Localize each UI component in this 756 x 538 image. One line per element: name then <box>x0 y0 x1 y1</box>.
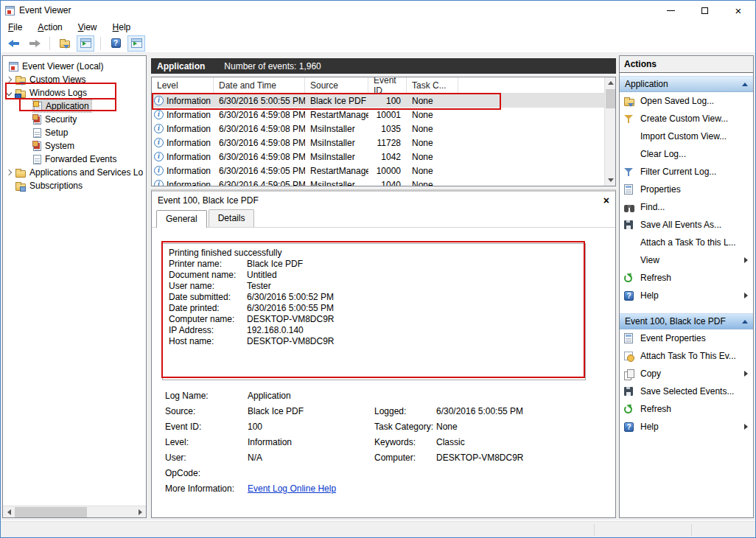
event-row[interactable]: Information 6/30/2016 4:59:08 PM MsiInst… <box>152 136 604 150</box>
action-copy[interactable]: Copy <box>620 365 753 382</box>
scroll-down-button[interactable] <box>605 175 616 186</box>
action-save-selected-events[interactable]: Save Selected Events... <box>620 382 753 400</box>
toolbar-separator <box>100 37 101 50</box>
tree-item-security[interactable]: Security <box>3 113 146 126</box>
action-find[interactable]: Find... <box>620 198 753 216</box>
action-help-event[interactable]: Help <box>620 418 753 436</box>
action-refresh[interactable]: Refresh <box>620 269 753 287</box>
cell-level: Information <box>152 166 214 176</box>
cell-level: Information <box>152 138 214 148</box>
action-properties[interactable]: Properties <box>620 181 753 198</box>
cell-level: Information <box>152 96 214 106</box>
event-list-scrollbar[interactable] <box>604 77 615 186</box>
field-label-level: Level: <box>165 437 248 447</box>
action-save-all-events-as[interactable]: Save All Events As... <box>620 216 753 234</box>
close-icon: × <box>735 5 742 16</box>
tab-details[interactable]: Details <box>209 209 255 227</box>
action-clear-log[interactable]: Clear Log... <box>620 145 753 163</box>
scrollbar-thumb[interactable] <box>15 507 87 517</box>
description-label: Host name: <box>169 336 247 347</box>
cell-task: None <box>407 152 458 162</box>
actions-section-application[interactable]: Application <box>620 76 753 92</box>
event-row[interactable]: Information 6/30/2016 4:59:05 PM Restart… <box>152 164 604 178</box>
action-view[interactable]: View <box>620 251 753 269</box>
event-description[interactable]: Printing finished successfully Printer n… <box>162 243 586 380</box>
event-row[interactable]: Information 6/30/2016 4:59:08 PM Restart… <box>152 108 604 122</box>
action-label: Clear Log... <box>640 149 748 159</box>
column-header-event-id[interactable]: Event ID <box>368 77 407 93</box>
tree-item-setup[interactable]: Setup <box>3 126 146 139</box>
column-header-task-category[interactable]: Task C... <box>407 77 458 93</box>
action-label: Help <box>640 422 744 432</box>
filter-icon <box>624 168 633 177</box>
description-label: Document name: <box>169 270 247 281</box>
detail-close-icon[interactable]: × <box>603 195 609 206</box>
menu-action[interactable]: Action <box>38 22 62 32</box>
menu-help[interactable]: Help <box>113 22 131 32</box>
minimize-button[interactable] <box>654 1 687 20</box>
tree-item-label: Application <box>46 101 89 111</box>
column-header-level[interactable]: Level <box>152 77 214 93</box>
menu-file[interactable]: File <box>8 22 22 32</box>
title-bar[interactable]: Event Viewer × <box>1 1 755 20</box>
help-button[interactable] <box>107 35 125 52</box>
close-button[interactable]: × <box>721 1 755 20</box>
window-controls: × <box>654 1 755 20</box>
scroll-up-button[interactable] <box>605 77 616 88</box>
action-filter-current-log[interactable]: Filter Current Log... <box>620 163 753 181</box>
tree-item-system[interactable]: System <box>3 139 146 153</box>
tree-horizontal-scrollbar[interactable] <box>3 506 146 517</box>
chevron-right-icon[interactable] <box>6 77 12 83</box>
tree-item-application[interactable]: Application <box>3 99 146 113</box>
event-row[interactable]: Information 6/30/2016 4:59:08 PM MsiInst… <box>152 150 604 164</box>
action-create-custom-view[interactable]: Create Custom View... <box>620 110 753 127</box>
column-header-date-time[interactable]: Date and Time <box>214 77 305 93</box>
tree-item-subscriptions[interactable]: Subscriptions <box>3 179 146 192</box>
restore-button[interactable] <box>687 1 721 20</box>
open-folder-icon <box>60 41 70 48</box>
detail-header: Event 100, Black Ice PDF × <box>152 192 615 209</box>
tree-item-forwarded-events[interactable]: Forwarded Events <box>3 153 146 166</box>
cell-task: None <box>407 180 458 186</box>
action-help[interactable]: Help <box>620 287 753 304</box>
field-value-user: N/A <box>248 453 374 463</box>
action-open-saved-log[interactable]: Open Saved Log... <box>620 92 753 110</box>
show-console-tree-button[interactable] <box>77 35 94 52</box>
cell-task: None <box>407 96 458 106</box>
events-pane: Application Number of events: 1,960 Leve… <box>151 55 616 518</box>
collapse-icon[interactable] <box>742 320 748 324</box>
actions-section-event[interactable]: Event 100, Black Ice PDF <box>620 313 753 329</box>
event-row-selected[interactable]: Information 6/30/2016 5:00:55 PM Black I… <box>152 94 604 108</box>
tree-item-windows-logs[interactable]: Windows Logs <box>3 86 146 99</box>
forward-button[interactable] <box>26 35 43 52</box>
chevron-right-icon[interactable] <box>6 170 12 175</box>
menu-view[interactable]: View <box>78 22 97 32</box>
action-attach-task-to-event[interactable]: Attach Task To This Ev... <box>620 347 753 365</box>
tree-item-event-viewer-local[interactable]: Event Viewer (Local) <box>3 60 146 73</box>
tab-general[interactable]: General <box>156 210 207 228</box>
collapse-icon[interactable] <box>742 83 748 86</box>
show-action-pane-button[interactable] <box>127 35 145 52</box>
event-row[interactable]: Information 6/30/2016 4:59:08 PM MsiInst… <box>152 122 604 136</box>
chevron-down-icon[interactable] <box>6 90 12 96</box>
toolbar <box>1 34 755 53</box>
scroll-left-button[interactable] <box>3 506 15 518</box>
scrollbar-thumb[interactable] <box>606 89 615 108</box>
event-log-online-help-link[interactable]: Event Log Online Help <box>248 483 374 494</box>
detail-tabs: General Details <box>152 209 615 228</box>
scroll-right-button[interactable] <box>134 506 146 518</box>
open-saved-log-button[interactable] <box>56 35 74 52</box>
tree-item-custom-views[interactable]: Custom Views <box>3 73 146 86</box>
tree-item-applications-services-logs[interactable]: Applications and Services Lo <box>3 166 146 179</box>
back-button[interactable] <box>5 35 23 52</box>
action-import-custom-view[interactable]: Import Custom View... <box>620 127 753 145</box>
event-row-partial[interactable]: Information 6/30/2016 4:59:05 PM MsiInst… <box>152 178 604 186</box>
action-refresh-event[interactable]: Refresh <box>620 400 753 418</box>
action-label: Save Selected Events... <box>640 386 748 396</box>
action-event-properties[interactable]: Event Properties <box>620 329 753 347</box>
action-attach-task-to-log[interactable]: Attach a Task To this L... <box>620 234 753 251</box>
information-icon <box>154 124 164 133</box>
copy-icon <box>624 369 634 379</box>
console-tree-panel: Event Viewer (Local) Custom Views Window… <box>2 55 147 518</box>
column-header-source[interactable]: Source <box>305 77 368 93</box>
